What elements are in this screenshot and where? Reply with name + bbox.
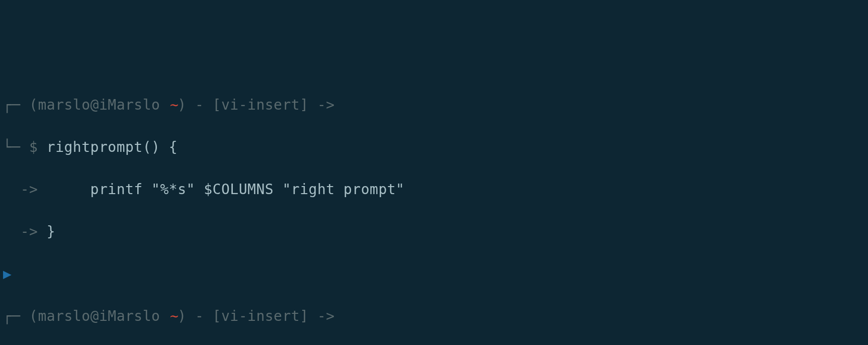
command-line-1[interactable]: └─ $ rightprompt() { <box>3 137 865 158</box>
mode-open: [ <box>213 308 221 324</box>
cont-arrow-icon: -> <box>3 223 47 240</box>
user-host: marslo@iMarslo <box>38 97 168 113</box>
continuation-line-2[interactable]: -> } <box>3 221 865 242</box>
vi-mode: vi-insert <box>221 97 300 113</box>
paren-open: ( <box>29 308 38 324</box>
paren-close: ) <box>178 308 186 324</box>
prompt-header-2: ┌─ (marslo@iMarslo ~) - [vi-insert] -> <box>3 306 865 327</box>
command-text: rightprompt() { <box>47 139 178 155</box>
bracket-open: ┌─ <box>3 97 29 113</box>
cont-text: printf "%*s" $COLUMNS "right prompt" <box>47 181 405 198</box>
user-host: marslo@iMarslo <box>38 308 168 324</box>
arrow-icon: -> <box>309 308 335 324</box>
continuation-line-1[interactable]: -> printf "%*s" $COLUMNS "right prompt" <box>3 179 865 200</box>
bracket-open: ┌─ <box>3 308 29 324</box>
paren-close: ) <box>178 97 186 113</box>
prompt-header-1: ┌─ (marslo@iMarslo ~) - [vi-insert] -> <box>3 95 865 116</box>
tilde-icon: ~ <box>169 97 178 113</box>
paren-open: ( <box>29 97 38 113</box>
mode-close: ] <box>300 97 308 113</box>
arrow-icon: -> <box>309 97 335 113</box>
tilde-icon: ~ <box>169 308 178 324</box>
vi-mode: vi-insert <box>221 308 300 324</box>
cont-text: } <box>47 223 55 240</box>
triangle-mark-icon: ▶ <box>3 266 12 282</box>
sep: - <box>187 308 213 324</box>
mode-open: [ <box>213 97 221 113</box>
cont-arrow-icon: -> <box>3 181 47 198</box>
bracket-close: └─ <box>3 139 29 155</box>
sep: - <box>187 97 213 113</box>
mode-close: ] <box>300 308 308 324</box>
dollar-prompt: $ <box>29 139 47 155</box>
divider-mark-line: ▶ <box>3 264 865 285</box>
